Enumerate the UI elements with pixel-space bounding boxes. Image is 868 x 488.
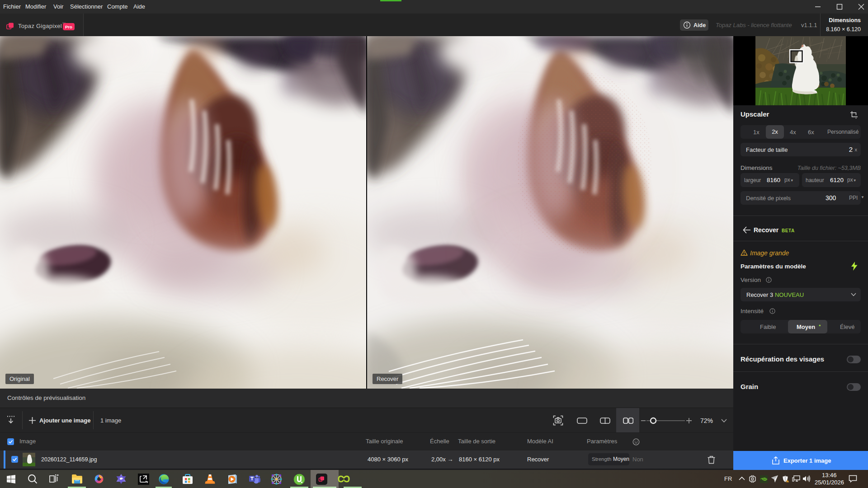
svg-text:RM: RM — [342, 478, 347, 481]
